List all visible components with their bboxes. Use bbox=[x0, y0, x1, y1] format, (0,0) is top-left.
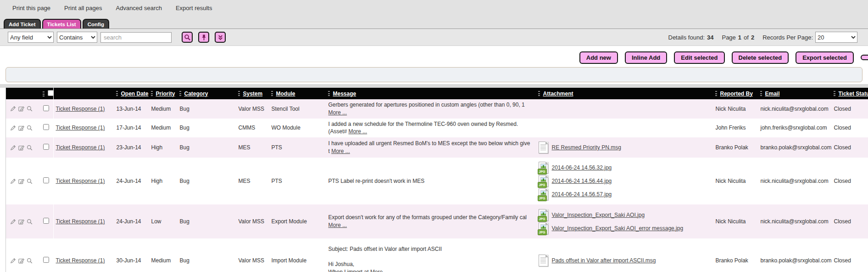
more-link[interactable]: More ... bbox=[349, 128, 367, 135]
sort-attachment[interactable]: Attachment bbox=[543, 91, 573, 97]
row-checkbox[interactable] bbox=[43, 177, 49, 183]
edit-icon[interactable] bbox=[10, 178, 17, 185]
attachment-item: JPG2014-06-24 14.56.57.jpg bbox=[539, 188, 711, 200]
column-grip-icon[interactable] bbox=[834, 91, 835, 96]
select-all-checkbox[interactable] bbox=[48, 90, 54, 96]
delete-selected-button[interactable]: Delete selected bbox=[732, 51, 789, 64]
edit-icon[interactable] bbox=[10, 144, 17, 151]
column-grip-icon[interactable] bbox=[715, 91, 717, 96]
tab-add-ticket[interactable]: Add Ticket bbox=[4, 19, 41, 28]
inline-edit-icon[interactable] bbox=[18, 144, 25, 151]
sort-open-date[interactable]: Open Date bbox=[121, 91, 149, 97]
more-link[interactable]: More ... bbox=[370, 269, 389, 272]
view-icon[interactable] bbox=[26, 218, 33, 225]
export-selected-button[interactable]: Export selected bbox=[796, 51, 854, 64]
edit-icon[interactable] bbox=[10, 125, 17, 131]
search-input[interactable] bbox=[100, 32, 172, 43]
row-checkbox[interactable] bbox=[43, 257, 49, 263]
column-grip-icon[interactable] bbox=[538, 91, 540, 96]
column-grip-icon[interactable] bbox=[179, 91, 181, 96]
ticket-status-cell: Closed bbox=[832, 204, 868, 238]
ticket-response-link[interactable]: Ticket Response (1) bbox=[56, 106, 105, 112]
cut-off-button[interactable] bbox=[861, 55, 868, 60]
attachment-link[interactable]: 2014-06-24 14.56.57.jpg bbox=[552, 191, 612, 198]
tab-config[interactable]: Config bbox=[83, 19, 109, 28]
view-icon[interactable] bbox=[26, 144, 33, 151]
more-link[interactable]: More ... bbox=[328, 109, 347, 116]
more-link[interactable]: More ... bbox=[331, 148, 350, 154]
edit-selected-button[interactable]: Edit selected bbox=[674, 51, 724, 64]
open-date-cell: 24-Jun-14 bbox=[114, 204, 149, 238]
inline-edit-icon[interactable] bbox=[18, 178, 25, 185]
operator-select[interactable]: Contains bbox=[57, 32, 97, 43]
sort-module[interactable]: Module bbox=[276, 91, 295, 97]
attachment-link[interactable]: Valor_Inspection_Export_Saki AOI_error m… bbox=[552, 225, 684, 232]
message-cell: I have uploaded all urgent Resmed BoM's … bbox=[326, 137, 536, 158]
tab-tickets-list[interactable]: Tickets List bbox=[42, 19, 81, 28]
more-link[interactable]: More ... bbox=[328, 222, 347, 228]
ticket-response-link[interactable]: Ticket Response (1) bbox=[56, 257, 105, 264]
row-checkbox[interactable] bbox=[43, 105, 49, 111]
sort-system[interactable]: System bbox=[243, 91, 263, 97]
column-grip-icon[interactable] bbox=[238, 91, 240, 96]
inline-edit-icon[interactable] bbox=[18, 105, 25, 112]
edit-icon[interactable] bbox=[10, 257, 17, 264]
search-button[interactable] bbox=[182, 32, 193, 43]
row-checkbox[interactable] bbox=[43, 218, 49, 224]
records-per-page-label: Records Per Page: bbox=[762, 34, 813, 41]
view-icon[interactable] bbox=[26, 178, 33, 185]
column-grip-icon[interactable] bbox=[760, 91, 762, 96]
inline-add-button[interactable]: Inline Add bbox=[625, 51, 667, 64]
add-new-button[interactable]: Add new bbox=[579, 51, 618, 64]
column-grip-icon[interactable] bbox=[328, 91, 330, 96]
column-grip-icon[interactable] bbox=[116, 91, 118, 96]
sort-category[interactable]: Category bbox=[184, 91, 208, 97]
ticket-status-cell: Closed bbox=[832, 119, 868, 138]
open-date-cell: 13-Jun-14 bbox=[114, 99, 149, 119]
sort-email[interactable]: Email bbox=[765, 91, 780, 97]
attachment-link[interactable]: RE Resmed Priority PN.msg bbox=[552, 144, 621, 151]
column-grip-icon[interactable] bbox=[43, 91, 45, 96]
sort-reported-by[interactable]: Reported By bbox=[720, 91, 753, 97]
sort-ticket-status[interactable]: Ticket Status bbox=[839, 91, 868, 97]
row-checkbox[interactable] bbox=[43, 124, 49, 130]
attachment-link[interactable]: 2014-06-24 14.56.44.jpg bbox=[552, 178, 612, 184]
inline-edit-icon[interactable] bbox=[18, 125, 25, 131]
expand-button[interactable] bbox=[215, 32, 226, 43]
topbar-link[interactable]: Advanced search bbox=[116, 5, 162, 11]
email-cell: john.freriks@srxglobal.com bbox=[758, 119, 832, 138]
edit-icon[interactable] bbox=[10, 218, 17, 225]
priority-cell: Medium bbox=[149, 238, 178, 272]
jpg-file-icon: JPG bbox=[539, 188, 548, 200]
row-actions-cell bbox=[6, 204, 41, 238]
pin-button[interactable] bbox=[198, 32, 209, 43]
ticket-response-link[interactable]: Ticket Response (1) bbox=[56, 144, 105, 151]
sort-message[interactable]: Message bbox=[333, 91, 356, 97]
category-cell: Bug bbox=[178, 204, 236, 238]
row-checkbox[interactable] bbox=[43, 144, 49, 150]
topbar-link[interactable]: Print all pages bbox=[64, 5, 102, 11]
inline-edit-icon[interactable] bbox=[18, 218, 25, 225]
attachment-link[interactable]: Pads offset in Valor after import ASCII.… bbox=[552, 257, 656, 264]
ticket-status-cell: Closed bbox=[832, 238, 868, 272]
sort-priority[interactable]: Priority bbox=[156, 91, 175, 97]
inline-edit-icon[interactable] bbox=[18, 257, 25, 264]
topbar-link[interactable]: Export results bbox=[176, 5, 212, 11]
edit-icon[interactable] bbox=[10, 105, 17, 112]
records-per-page-select[interactable]: 20 bbox=[815, 32, 857, 43]
ticket-response-link[interactable]: Ticket Response (1) bbox=[56, 218, 105, 225]
ticket-response-link[interactable]: Ticket Response (1) bbox=[56, 125, 105, 131]
ticket-response-link[interactable]: Ticket Response (1) bbox=[56, 178, 105, 184]
tabs-row: Add TicketTickets ListConfig bbox=[0, 16, 868, 28]
view-icon[interactable] bbox=[26, 105, 33, 112]
column-grip-icon[interactable] bbox=[271, 91, 273, 96]
field-select[interactable]: Any field bbox=[8, 32, 54, 43]
attachment-link[interactable]: 2014-06-24 14.56.32.jpg bbox=[552, 164, 612, 171]
column-grip-icon[interactable] bbox=[151, 91, 153, 96]
view-icon[interactable] bbox=[26, 257, 33, 264]
attachment-item: RE Resmed Priority PN.msg bbox=[539, 142, 711, 153]
view-icon[interactable] bbox=[26, 125, 33, 131]
attachment-link[interactable]: Valor_Inspection_Export_Saki AOI.jpg bbox=[552, 212, 645, 218]
topbar-link[interactable]: Print this page bbox=[12, 5, 50, 11]
priority-cell: Medium bbox=[149, 99, 178, 119]
